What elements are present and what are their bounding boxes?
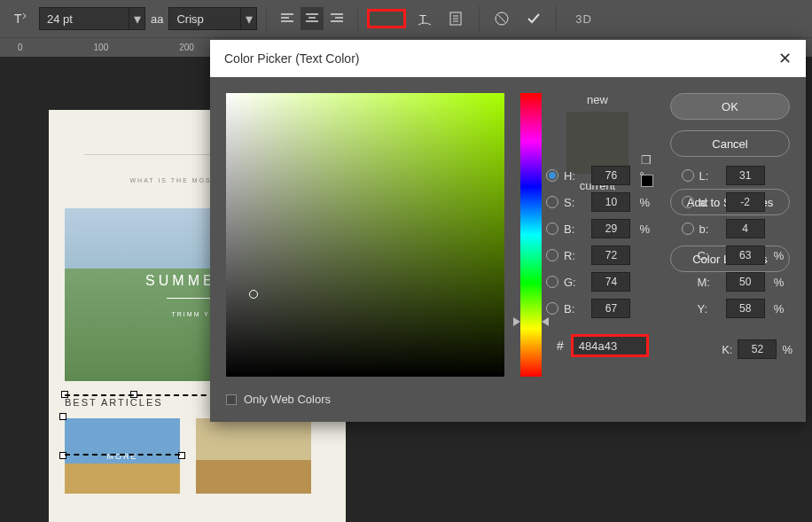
antialias-dropdown-icon[interactable]: ▾ [240, 8, 256, 29]
cancel-button[interactable]: Cancel [670, 130, 790, 157]
close-icon[interactable]: ✕ [777, 51, 792, 66]
bb-radio[interactable] [546, 302, 558, 315]
hex-input[interactable] [571, 334, 649, 357]
ruler-mark: 0 [18, 43, 23, 52]
font-size-input[interactable]: 24 pt [40, 12, 129, 26]
text-orientation-icon[interactable]: T [7, 6, 34, 31]
antialias-select[interactable]: Crisp ▾ [168, 7, 257, 30]
warp-text-icon[interactable]: T [411, 6, 438, 31]
g-input[interactable] [591, 272, 630, 292]
sat-radio[interactable] [546, 196, 558, 208]
dialog-title: Color Picker (Text Color) [224, 51, 359, 66]
article-thumb [196, 418, 311, 494]
color-compare-swatch [566, 112, 629, 174]
web-colors-checkbox[interactable] [226, 394, 237, 405]
ruler-mark: 100 [94, 43, 109, 52]
hue-input[interactable] [591, 166, 630, 185]
3d-button[interactable]: 3D [566, 6, 601, 31]
text-color-swatch[interactable] [367, 9, 406, 28]
bb-input[interactable] [591, 299, 630, 318]
new-color-swatch [566, 112, 629, 143]
antialias-label: aa [151, 12, 163, 26]
r-input[interactable] [591, 245, 630, 265]
l-radio[interactable] [682, 169, 694, 182]
align-right-button[interactable] [325, 7, 348, 30]
l-input[interactable] [726, 166, 765, 185]
separator [266, 6, 267, 31]
hue-indicator-icon [513, 317, 520, 326]
commit-edits-icon[interactable] [520, 6, 547, 31]
antialias-value: Crisp [169, 12, 240, 26]
m-input[interactable] [726, 272, 765, 292]
a-input[interactable] [726, 192, 765, 212]
a-radio[interactable] [682, 196, 694, 208]
ruler-mark: 200 [179, 43, 194, 52]
new-color-label: new [559, 93, 636, 106]
color-picker-dialog: Color Picker (Text Color) ✕ Only Web Col… [210, 40, 806, 422]
options-toolbar: T 24 pt ▾ aa Crisp ▾ T 3D [0, 0, 812, 37]
article-thumb: MORE [65, 418, 180, 494]
hue-slider[interactable] [520, 93, 542, 377]
g-radio[interactable] [546, 276, 558, 288]
hue-radio[interactable] [546, 169, 558, 182]
thumb-label: MORE [107, 452, 138, 461]
k-label: K: [722, 343, 732, 356]
cancel-edits-icon[interactable] [488, 6, 515, 31]
bright-radio[interactable] [546, 222, 558, 235]
text-align-group [276, 7, 348, 30]
font-size-dropdown-icon[interactable]: ▾ [129, 8, 144, 29]
panel-menu-icon[interactable] [443, 6, 470, 31]
ok-button[interactable]: OK [670, 93, 790, 120]
saturation-value-field[interactable] [226, 93, 504, 377]
align-left-button[interactable] [276, 7, 299, 30]
k-input[interactable] [738, 339, 777, 359]
web-colors-label: Only Web Colors [244, 393, 331, 406]
r-radio[interactable] [546, 249, 558, 261]
c-input[interactable] [726, 245, 765, 265]
y-input[interactable] [726, 299, 765, 318]
hex-hash-label: # [557, 339, 564, 353]
sv-cursor-icon [249, 290, 258, 299]
svg-text:T: T [14, 12, 22, 26]
b-radio[interactable] [682, 222, 694, 235]
sat-input[interactable] [591, 192, 630, 212]
separator [479, 6, 480, 31]
separator [556, 6, 557, 31]
b-input[interactable] [726, 219, 765, 238]
separator [357, 6, 358, 31]
align-center-button[interactable] [301, 7, 324, 30]
font-size-field[interactable]: 24 pt ▾ [39, 7, 145, 30]
dialog-titlebar[interactable]: Color Picker (Text Color) ✕ [210, 40, 806, 77]
bright-input[interactable] [591, 219, 630, 238]
